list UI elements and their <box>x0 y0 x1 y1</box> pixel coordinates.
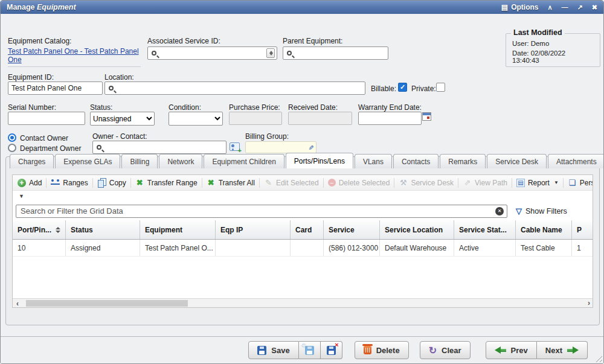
window-title-emphasis: Equipment <box>37 3 76 11</box>
status-select[interactable]: Unassigned <box>90 112 155 126</box>
report-button[interactable]: ▤Report▼ <box>516 179 559 187</box>
associated-service-id-input[interactable] <box>159 48 277 59</box>
ranges-button[interactable]: Ranges <box>51 178 88 187</box>
collapse-icon[interactable]: ∧ <box>548 4 553 11</box>
detail-tab-panel: ChargesExpense GLAsBillingNetworkEquipme… <box>5 156 600 325</box>
tab-charges[interactable]: Charges <box>10 154 54 168</box>
clear-search-icon[interactable]: ✕ <box>495 207 504 216</box>
purchase-price-label: Purchase Price: <box>229 103 280 112</box>
contact-owner-radio[interactable] <box>8 133 16 142</box>
prev-next-button-group: Prev Next <box>486 341 588 359</box>
column-header-cable-name[interactable]: Cable Name <box>516 220 572 239</box>
tab-vlans[interactable]: VLans <box>355 154 392 168</box>
parent-equipment-field[interactable] <box>283 46 388 60</box>
save-and-close-button[interactable]: × <box>321 341 342 359</box>
billable-checkbox[interactable]: ✓ <box>398 83 407 92</box>
received-date-label: Received Date: <box>288 103 338 112</box>
grid-header: Port/Pin...StatusEquipmentEqp IPCardServ… <box>13 220 593 240</box>
column-header-port-pin-[interactable]: Port/Pin... <box>13 220 66 239</box>
column-header-status[interactable]: Status <box>66 220 140 239</box>
scroll-left-icon[interactable]: ‹ <box>13 299 22 308</box>
close-icon[interactable]: ✖ <box>592 4 597 11</box>
column-header-service-stat-[interactable]: Service Stat... <box>454 220 516 239</box>
parent-equipment-input[interactable] <box>295 48 388 59</box>
tab-expense-glas[interactable]: Expense GLAs <box>55 154 120 168</box>
location-input[interactable] <box>117 83 365 94</box>
table-row[interactable]: 10AssignedTest Patch Panel O...(586) 012… <box>13 240 593 257</box>
copy-icon <box>97 178 106 187</box>
column-header-card[interactable]: Card <box>291 220 324 239</box>
transfer-all-button[interactable]: ✖Transfer All <box>207 178 255 187</box>
owner-contact-field[interactable] <box>92 141 226 154</box>
owner-contact-label: Owner - Contact: <box>92 132 147 141</box>
tab-ports-pins-lens[interactable]: Ports/Pins/Lens <box>286 153 353 168</box>
grid-search-input[interactable] <box>16 205 507 218</box>
scroll-right-icon[interactable]: › <box>588 299 590 307</box>
tab-network[interactable]: Network <box>159 154 202 168</box>
serial-number-input[interactable] <box>8 112 85 125</box>
next-button[interactable]: Next <box>537 341 588 359</box>
tab-equipment-children[interactable]: Equipment Children <box>204 154 284 168</box>
condition-select[interactable] <box>169 112 223 126</box>
toolbar-separator <box>394 178 394 188</box>
equipment-catalog-link[interactable]: Test Patch Panel One - Test Patch Panel … <box>8 47 139 64</box>
view-path-button: ⇗View Path <box>463 178 507 187</box>
toolbar-overflow-caret-icon[interactable]: ▼ <box>19 193 24 199</box>
column-header-label: Port/Pin... <box>18 226 51 234</box>
column-header-eqp-ip[interactable]: Eqp IP <box>216 220 291 239</box>
equipment-form: Equipment Catalog: Test Patch Panel One … <box>1 14 603 156</box>
options-menu-button[interactable]: ▤ Options <box>501 3 539 11</box>
column-header-label: Service <box>329 226 355 234</box>
show-filters-button[interactable]: ▽ Show Filters <box>516 206 567 216</box>
add-contact-icon[interactable] <box>230 142 240 151</box>
status-label: Status: <box>90 103 112 112</box>
tab-attachments[interactable]: Attachments <box>548 154 604 168</box>
private-checkbox[interactable] <box>436 83 445 92</box>
horizontal-scrollbar[interactable]: ‹ › <box>13 298 593 308</box>
billing-group-field[interactable]: ✎ <box>245 141 316 153</box>
save-and-new-icon: + <box>305 346 314 355</box>
department-owner-radio[interactable] <box>8 144 16 152</box>
toolbar-separator <box>202 178 202 188</box>
spinner-button[interactable] <box>266 48 275 58</box>
scrollbar-thumb[interactable] <box>26 300 188 307</box>
popout-icon[interactable]: ↗ <box>577 4 583 11</box>
clear-button[interactable]: ↻ Clear <box>420 341 471 359</box>
delete-button[interactable]: Delete <box>355 341 409 359</box>
column-header-label: Service Location <box>385 226 443 234</box>
add-button[interactable]: +Add <box>18 179 42 187</box>
minimize-icon[interactable]: — <box>562 4 568 11</box>
column-header-equipment[interactable]: Equipment <box>140 220 216 239</box>
location-field[interactable] <box>104 81 365 95</box>
search-icon <box>152 51 156 56</box>
tab-billing[interactable]: Billing <box>121 154 158 168</box>
transfer-range-button[interactable]: ✖Transfer Range <box>135 178 198 187</box>
prev-button-label: Prev <box>511 346 528 355</box>
column-header-service[interactable]: Service <box>324 220 380 239</box>
tab-service-desk[interactable]: Service Desk <box>487 154 547 168</box>
path-icon: ⇗ <box>463 178 472 187</box>
equipment-catalog-label: Equipment Catalog: <box>8 37 71 45</box>
warranty-end-date-input[interactable] <box>358 112 422 125</box>
tab-bar: ChargesExpense GLAsBillingNetworkEquipme… <box>6 153 599 168</box>
tab-contacts[interactable]: Contacts <box>393 154 439 168</box>
prev-button[interactable]: Prev <box>486 341 537 359</box>
dropdown-caret-icon: ▼ <box>554 180 559 185</box>
calendar-icon[interactable] <box>422 112 431 121</box>
warranty-end-date-label: Warranty End Date: <box>358 103 422 112</box>
copy-button[interactable]: Copy <box>97 178 126 187</box>
toolbar-separator <box>512 178 512 188</box>
toolbar-separator <box>458 178 458 188</box>
window-title-prefix: Manage <box>7 3 35 11</box>
equipment-id-input[interactable] <box>8 81 103 95</box>
tab-remarks[interactable]: Remarks <box>440 154 486 168</box>
perspectives-button[interactable]: ❏Perspectives <box>568 178 593 187</box>
associated-service-id-field[interactable] <box>147 46 277 60</box>
column-header-service-location[interactable]: Service Location <box>380 220 454 239</box>
save-button[interactable]: Save <box>248 341 298 359</box>
save-and-new-button[interactable]: + <box>299 341 321 359</box>
column-header-p[interactable]: P <box>572 220 593 239</box>
owner-contact-input[interactable] <box>104 142 226 153</box>
toolbar-separator <box>563 178 564 188</box>
sort-icon[interactable] <box>56 227 60 233</box>
